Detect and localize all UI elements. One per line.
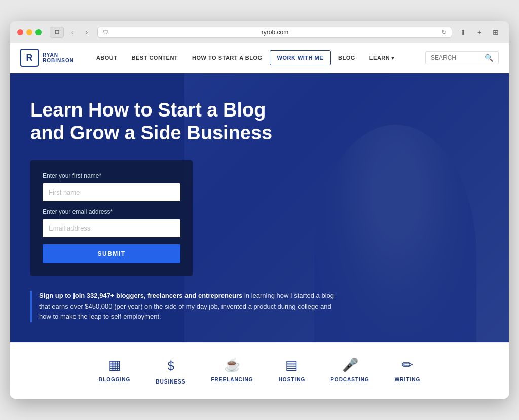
category-business[interactable]: ＄ BUSINESS bbox=[156, 357, 186, 385]
category-blogging[interactable]: ▦ BLOGGING bbox=[99, 357, 130, 385]
logo-letter: R bbox=[26, 53, 33, 63]
nav-work-with-me[interactable]: WORK WITH ME bbox=[270, 50, 331, 65]
share-button[interactable]: ⬆ bbox=[457, 26, 469, 39]
browser-actions: ⬆ + ⊞ bbox=[457, 26, 502, 39]
category-hosting[interactable]: ▤ HOSTING bbox=[279, 357, 306, 385]
freelancing-icon: ☕ bbox=[224, 357, 240, 373]
logo-name: RYAN bbox=[43, 52, 74, 58]
category-writing[interactable]: ✏ WRITING bbox=[395, 357, 420, 385]
tagline-bold: Sign up to join 332,947+ bloggers, freel… bbox=[39, 292, 242, 299]
email-input[interactable] bbox=[43, 219, 180, 237]
sidebar-toggle[interactable]: ⊟ bbox=[50, 27, 64, 38]
name-label: Enter your first name* bbox=[43, 172, 180, 179]
maximize-button[interactable] bbox=[35, 29, 42, 35]
forward-button[interactable]: › bbox=[81, 27, 92, 38]
minimize-button[interactable] bbox=[26, 29, 32, 35]
website-content: R RYAN ROBINSON ABOUT BEST CONTENT HOW T… bbox=[10, 43, 509, 399]
back-button[interactable]: ‹ bbox=[67, 27, 78, 38]
hosting-label: HOSTING bbox=[279, 377, 306, 383]
traffic-lights bbox=[17, 29, 42, 35]
search-icon[interactable]: 🔍 bbox=[485, 54, 493, 62]
submit-button[interactable]: SUBMIT bbox=[43, 244, 180, 263]
category-podcasting[interactable]: 🎤 PODCASTING bbox=[330, 357, 369, 385]
nav-best-content[interactable]: BEST CONTENT bbox=[125, 51, 186, 65]
signup-form: Enter your first name* Enter your email … bbox=[30, 160, 193, 276]
search-bar: 🔍 bbox=[425, 51, 499, 64]
blogging-icon: ▦ bbox=[108, 357, 121, 373]
nav-how-to-start[interactable]: HOW TO START A BLOG bbox=[185, 51, 269, 65]
category-freelancing[interactable]: ☕ FREELANCING bbox=[211, 357, 253, 385]
search-input[interactable] bbox=[431, 54, 481, 61]
chevron-down-icon: ▾ bbox=[391, 55, 395, 61]
hero-content: Learn How to Start a Blog and Grow a Sid… bbox=[10, 73, 390, 343]
podcasting-icon: 🎤 bbox=[342, 357, 358, 373]
first-name-input[interactable] bbox=[43, 183, 180, 201]
writing-label: WRITING bbox=[395, 377, 420, 383]
hero-tagline: Sign up to join 332,947+ bloggers, freel… bbox=[30, 291, 335, 322]
writing-icon: ✏ bbox=[402, 357, 413, 373]
logo-surname: ROBINSON bbox=[43, 58, 74, 63]
browser-window: ⊟ ‹ › 🛡 ↻ ⬆ + ⊞ R RYAN ROBINSON bbox=[10, 21, 509, 399]
security-icon: 🛡 bbox=[103, 29, 108, 35]
logo-box: R bbox=[20, 49, 39, 67]
nav-links: ABOUT BEST CONTENT HOW TO START A BLOG W… bbox=[89, 50, 425, 65]
business-label: BUSINESS bbox=[156, 379, 186, 385]
categories-section: ▦ BLOGGING ＄ BUSINESS ☕ FREELANCING ▤ HO… bbox=[10, 342, 509, 399]
site-logo[interactable]: R RYAN ROBINSON bbox=[20, 49, 74, 67]
site-navigation: R RYAN ROBINSON ABOUT BEST CONTENT HOW T… bbox=[10, 43, 509, 73]
nav-blog[interactable]: BLOG bbox=[331, 51, 362, 65]
refresh-button[interactable]: ↻ bbox=[441, 29, 447, 36]
email-label: Enter your email address* bbox=[43, 208, 180, 215]
nav-learn[interactable]: LEARN ▾ bbox=[362, 51, 402, 65]
logo-text: RYAN ROBINSON bbox=[43, 52, 74, 63]
address-bar-wrapper: 🛡 ↻ bbox=[97, 27, 452, 38]
nav-about[interactable]: ABOUT bbox=[89, 51, 125, 65]
tabs-button[interactable]: ⊞ bbox=[490, 26, 502, 39]
business-icon: ＄ bbox=[164, 357, 177, 375]
new-tab-button[interactable]: + bbox=[473, 26, 486, 39]
close-button[interactable] bbox=[17, 29, 23, 35]
address-bar[interactable] bbox=[112, 29, 438, 36]
browser-controls: ⊟ ‹ › bbox=[50, 27, 92, 38]
hosting-icon: ▤ bbox=[285, 357, 298, 373]
blogging-label: BLOGGING bbox=[99, 377, 130, 383]
hero-section: Learn How to Start a Blog and Grow a Sid… bbox=[10, 73, 509, 343]
freelancing-label: FREELANCING bbox=[211, 377, 253, 383]
browser-titlebar: ⊟ ‹ › 🛡 ↻ ⬆ + ⊞ bbox=[10, 21, 509, 43]
podcasting-label: PODCASTING bbox=[330, 377, 369, 383]
hero-title: Learn How to Start a Blog and Grow a Sid… bbox=[30, 99, 284, 145]
